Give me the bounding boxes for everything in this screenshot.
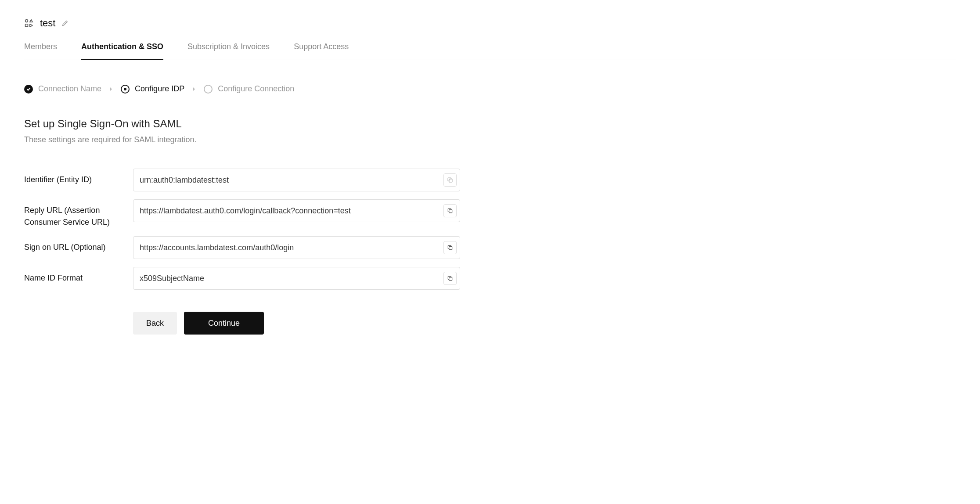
name-id-format-label: Name ID Format	[24, 267, 133, 284]
step-label: Configure Connection	[218, 84, 294, 94]
copy-name-id-format-button[interactable]	[443, 272, 457, 285]
copy-icon	[447, 208, 453, 214]
edit-icon[interactable]	[61, 20, 68, 27]
upcoming-step-icon	[204, 85, 213, 94]
reply-url-label: Reply URL (Assertion Consumer Service UR…	[24, 199, 133, 228]
sign-on-url-label: Sign on URL (Optional)	[24, 236, 133, 253]
back-button[interactable]: Back	[133, 312, 177, 335]
field-row-sign-on-url: Sign on URL (Optional)	[24, 236, 956, 259]
shapes-icon	[24, 18, 34, 28]
field-row-reply-url: Reply URL (Assertion Consumer Service UR…	[24, 199, 956, 228]
entity-id-label: Identifier (Entity ID)	[24, 169, 133, 186]
chevron-right-icon	[192, 86, 196, 92]
field-row-entity-id: Identifier (Entity ID)	[24, 169, 956, 191]
svg-rect-1	[25, 24, 28, 27]
copy-entity-id-button[interactable]	[443, 173, 457, 187]
tab-authentication-sso[interactable]: Authentication & SSO	[81, 42, 163, 60]
check-icon	[24, 85, 33, 94]
copy-icon	[447, 275, 453, 281]
copy-sign-on-url-button[interactable]	[443, 241, 457, 254]
tab-members[interactable]: Members	[24, 42, 57, 60]
svg-point-0	[25, 20, 28, 22]
section-title: Set up Single Sign-On with SAML	[24, 118, 956, 130]
svg-rect-3	[449, 210, 452, 213]
stepper: Connection Name Configure IDP Configure …	[24, 84, 956, 94]
section-subtitle: These settings are required for SAML int…	[24, 135, 956, 144]
field-row-name-id-format: Name ID Format	[24, 267, 956, 290]
step-connection-name[interactable]: Connection Name	[24, 84, 101, 94]
sign-on-url-input[interactable]	[133, 236, 460, 259]
step-configure-connection: Configure Connection	[204, 84, 294, 94]
entity-id-input[interactable]	[133, 169, 460, 191]
continue-button[interactable]: Continue	[184, 312, 264, 335]
step-configure-idp[interactable]: Configure IDP	[121, 84, 184, 94]
svg-rect-4	[449, 247, 452, 250]
page-title: test	[40, 18, 55, 29]
page-header: test	[24, 18, 956, 29]
current-step-icon	[121, 85, 130, 94]
tab-subscription-invoices[interactable]: Subscription & Invoices	[187, 42, 270, 60]
tab-bar: Members Authentication & SSO Subscriptio…	[24, 42, 956, 60]
action-buttons: Back Continue	[133, 312, 956, 335]
reply-url-input[interactable]	[133, 199, 460, 222]
tab-support-access[interactable]: Support Access	[294, 42, 349, 60]
copy-icon	[447, 245, 453, 251]
svg-rect-2	[449, 179, 452, 182]
svg-rect-5	[449, 277, 452, 281]
copy-icon	[447, 177, 453, 183]
chevron-right-icon	[109, 86, 113, 92]
copy-reply-url-button[interactable]	[443, 204, 457, 217]
name-id-format-input[interactable]	[133, 267, 460, 290]
step-label: Connection Name	[38, 84, 101, 94]
step-label: Configure IDP	[135, 84, 184, 94]
